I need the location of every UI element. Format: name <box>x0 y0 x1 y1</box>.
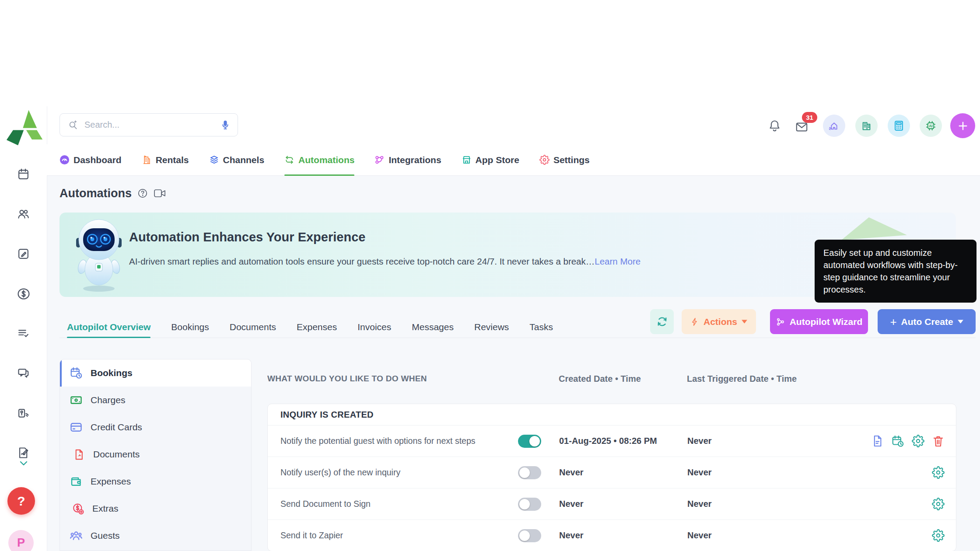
nav-automations[interactable]: Automations <box>284 144 354 175</box>
calendar-clock-icon <box>69 366 83 380</box>
help-button[interactable]: ? <box>7 487 35 515</box>
gear-icon[interactable] <box>932 498 945 510</box>
caret-down-icon <box>742 320 747 324</box>
tab-messages[interactable]: Messages <box>412 316 454 338</box>
panel-item-expenses[interactable]: Expenses <box>60 468 251 495</box>
edit-square-icon[interactable] <box>0 247 47 261</box>
nav-dashboard[interactable]: Dashboard <box>60 144 122 175</box>
automation-label: Send it to Zapier <box>280 530 518 541</box>
calendar-icon[interactable] <box>0 167 47 181</box>
created-date: Never <box>559 530 687 541</box>
refresh-button[interactable] <box>650 309 674 334</box>
wizard-icon <box>776 317 785 327</box>
actions-button[interactable]: Actions <box>682 309 756 334</box>
ai-chip-button[interactable]: AI <box>920 115 942 137</box>
chevron-down-icon[interactable] <box>0 460 47 467</box>
search-icon <box>67 119 79 131</box>
dashboard-icon <box>60 155 70 165</box>
card-reader-icon[interactable] <box>0 406 47 420</box>
smart-home-button[interactable] <box>823 115 845 137</box>
tab-autopilot-overview[interactable]: Autopilot Overview <box>67 316 150 338</box>
app-window: ? P 31 AI Dashboard R <box>0 0 980 551</box>
help-label: ? <box>17 494 25 509</box>
tab-expenses[interactable]: Expenses <box>297 316 337 338</box>
automation-toggle[interactable] <box>518 435 541 448</box>
gear-icon[interactable] <box>932 529 945 542</box>
gear-icon[interactable] <box>932 466 945 479</box>
app-logo[interactable] <box>6 108 45 146</box>
nav-integrations[interactable]: Integrations <box>374 144 441 175</box>
page-title: Automations <box>60 187 132 200</box>
users-icon[interactable] <box>0 207 47 221</box>
auto-create-button[interactable]: + Auto Create <box>878 309 976 334</box>
nav-rentals[interactable]: Rentals <box>142 144 189 175</box>
automation-toggle[interactable] <box>518 466 541 479</box>
nav-channels[interactable]: Channels <box>209 144 265 175</box>
column-header-last-triggered: Last Triggered Date • Time <box>687 374 797 384</box>
money-bill-icon <box>69 394 83 407</box>
table-row: Notify user(s) of the new inquiry Never … <box>268 457 956 488</box>
tab-tasks[interactable]: Tasks <box>529 316 553 338</box>
automations-table: INQUIRY IS CREATED Notify the potential … <box>267 404 956 551</box>
refresh-icon <box>656 316 668 328</box>
last-triggered-date: Never <box>687 499 932 509</box>
add-button[interactable] <box>950 113 975 138</box>
nav-app-store[interactable]: App Store <box>462 144 519 175</box>
tab-reviews[interactable]: Reviews <box>474 316 509 338</box>
panel-item-charges[interactable]: Charges <box>60 387 251 414</box>
credit-card-icon <box>69 421 83 434</box>
pdf-file-icon <box>72 449 86 460</box>
last-triggered-date: Never <box>687 530 932 541</box>
channels-icon <box>209 155 219 165</box>
panel-item-documents[interactable]: Documents <box>60 441 251 468</box>
svg-text:AI: AI <box>929 124 932 128</box>
search-input[interactable] <box>84 120 214 130</box>
lightning-icon <box>690 317 699 326</box>
tab-documents[interactable]: Documents <box>230 316 276 338</box>
panel-item-credit-cards[interactable]: Credit Cards <box>60 414 251 441</box>
notification-badge: 31 <box>802 112 817 123</box>
automations-icon <box>284 155 294 165</box>
last-triggered-date: Never <box>687 467 932 478</box>
calculator-button[interactable] <box>888 115 910 137</box>
tab-invoices[interactable]: Invoices <box>357 316 391 338</box>
tab-bookings[interactable]: Bookings <box>171 316 209 338</box>
caret-down-icon <box>958 320 963 324</box>
trash-icon[interactable] <box>932 435 945 447</box>
help-circle-icon[interactable] <box>137 188 148 199</box>
automation-category-panel: Bookings Charges Credit Cards Documents … <box>60 359 252 551</box>
robot-illustration <box>71 215 129 294</box>
dollar-circle-icon[interactable] <box>0 287 47 301</box>
microphone-icon[interactable] <box>220 120 231 130</box>
document-sign-icon[interactable] <box>0 446 47 460</box>
nav-settings[interactable]: Settings <box>539 144 590 175</box>
plus-icon: + <box>890 316 896 328</box>
coin-plus-icon <box>71 502 85 515</box>
autopilot-wizard-button[interactable]: Autopilot Wizard <box>770 309 868 334</box>
created-date: Never <box>559 467 687 478</box>
table-row: Send Document to Sign Never Never <box>268 488 956 520</box>
calendar-clock-icon[interactable] <box>891 435 904 448</box>
table-row: Notify the potential guest with options … <box>268 425 956 457</box>
search-box <box>60 113 238 136</box>
panel-item-bookings[interactable]: Bookings <box>60 359 251 387</box>
automation-toggle[interactable] <box>518 498 541 511</box>
building-button[interactable] <box>855 115 878 137</box>
gear-icon[interactable] <box>912 435 924 447</box>
chat-icon[interactable] <box>0 366 47 380</box>
column-header-what: WHAT WOULD YOU LIKE TO DO WHEN <box>267 374 427 384</box>
task-list-icon[interactable] <box>0 327 47 340</box>
avatar[interactable]: P <box>8 530 34 551</box>
panel-item-guests[interactable]: Guests <box>60 522 251 549</box>
learn-more-link[interactable]: Learn More <box>595 256 640 266</box>
video-icon[interactable] <box>154 188 166 198</box>
automation-label: Notify the potential guest with options … <box>280 436 518 446</box>
bell-icon[interactable] <box>767 119 782 133</box>
last-triggered-date: Never <box>687 436 871 446</box>
column-header-created: Created Date • Time <box>559 374 641 384</box>
wizard-tooltip: Easily set up and customize automated wo… <box>815 240 976 303</box>
automation-toggle[interactable] <box>518 529 541 542</box>
panel-item-extras[interactable]: Extras <box>60 495 251 522</box>
main-nav: Dashboard Rentals Channels Automations I… <box>47 144 980 176</box>
file-icon[interactable] <box>871 435 884 447</box>
